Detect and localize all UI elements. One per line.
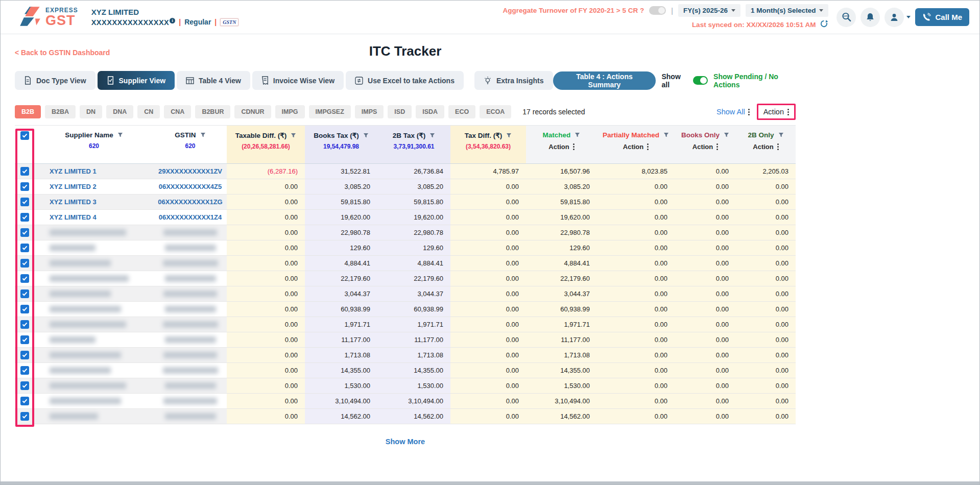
tab-use-excel-actions[interactable]: Use Excel to take Actions [346,71,464,90]
masked-supplier-name [50,382,126,389]
row-checkbox[interactable] [20,274,29,283]
row-checkbox[interactable] [20,259,29,268]
gstin-cell[interactable]: 06XXXXXXXXXX1Z4 [154,210,227,225]
row-checkbox[interactable] [20,182,29,191]
books-only-action-menu[interactable]: Action [675,143,736,151]
gstin-cell[interactable]: 29XXXXXXXXXX1ZV [154,164,227,179]
row-checkbox[interactable] [20,228,29,237]
show-pending-toggle[interactable] [693,76,708,85]
chip-imps[interactable]: IMPS [355,105,384,118]
masked-gstin [165,275,216,282]
partially-matched-action-menu[interactable]: Action [597,143,675,151]
gstin-search-icon[interactable]: GSTIN [836,8,856,27]
chip-impgsez[interactable]: IMPGSEZ [309,105,351,118]
chip-b2b[interactable]: B2B [15,105,41,118]
gstin-cell[interactable]: 06XXXXXXXXXX1ZG [154,195,227,210]
row-checkbox[interactable] [20,167,29,176]
chip-ecoa[interactable]: ECOA [480,105,511,118]
tab-invoice-wise-view[interactable]: Invoice Wise View [252,71,344,90]
chip-dna[interactable]: DNA [106,105,133,118]
row-checkbox[interactable] [20,213,29,222]
supplier-name-cell[interactable]: XYZ LIMITED 1 [34,164,154,179]
filter-icon[interactable] [200,132,206,138]
books-tax-value: 1,971.71 [305,317,377,332]
filter-icon[interactable] [117,132,123,138]
row-checkbox[interactable] [20,335,29,344]
call-me-button[interactable]: Call Me [915,8,969,26]
show-more-button[interactable]: Show More [15,438,796,446]
filter-icon[interactable] [506,133,512,138]
supplier-name-link[interactable]: XYZ LIMITED 4 [50,213,97,221]
books-tax-value: 129.60 [305,240,377,256]
row-checkbox[interactable] [20,320,29,329]
tab-supplier-view[interactable]: Supplier View [98,71,175,90]
chip-isd[interactable]: ISD [388,105,412,118]
filter-icon[interactable] [575,132,580,138]
tab-extra-insights[interactable]: Extra Insights [474,71,553,90]
supplier-name-link[interactable]: XYZ LIMITED 2 [50,183,97,190]
supplier-name-cell[interactable]: XYZ LIMITED 3 [34,195,154,210]
row-checkbox[interactable] [20,305,29,313]
chip-cna[interactable]: CNA [164,105,191,118]
row-checkbox[interactable] [20,412,29,421]
profile-menu[interactable] [885,8,911,27]
info-icon[interactable]: i [170,18,175,23]
books-tax-value: 14,355.00 [305,363,377,378]
filter-icon[interactable] [663,132,669,138]
kebab-menu-icon[interactable] [748,109,750,115]
matched-value: 59,815.80 [526,195,597,210]
supplier-count[interactable]: 620 [34,142,154,150]
months-dropdown[interactable]: 1 Month(s) Selected [746,4,829,17]
back-to-dashboard-link[interactable]: < Back to GSTIN Dashboard [15,48,110,57]
supplier-name-link[interactable]: XYZ LIMITED 3 [50,198,97,206]
chip-b2bur[interactable]: B2BUR [195,105,230,118]
row-checkbox[interactable] [20,381,29,390]
row-checkbox[interactable] [20,198,29,206]
filter-icon[interactable] [363,133,369,138]
tab-doc-type-view[interactable]: Doc Type View [15,71,95,90]
svg-text:GSTIN: GSTIN [843,15,849,17]
row-checkbox[interactable] [20,397,29,405]
chip-impg[interactable]: IMPG [275,105,305,118]
row-checkbox[interactable] [20,289,29,298]
only-2b-value: 2,205.03 [736,164,796,179]
taxable-diff-value: 0.00 [227,302,305,317]
gstin-link[interactable]: 06XXXXXXXXXX1ZG [158,198,222,206]
gstin-cell[interactable]: 06XXXXXXXXXX4Z5 [154,179,227,195]
aggregate-turnover-toggle[interactable] [649,6,666,15]
refresh-icon[interactable] [820,19,828,30]
chip-dn[interactable]: DN [80,105,102,118]
supplier-name-cell[interactable]: XYZ LIMITED 4 [34,210,154,225]
chip-cn[interactable]: CN [137,105,160,118]
partially-matched-value: 0.00 [597,240,675,256]
matched-action-menu[interactable]: Action [526,143,597,151]
select-all-checkbox[interactable] [20,131,29,140]
gstin-count[interactable]: 620 [154,142,227,150]
show-all-link[interactable]: Show All [716,108,750,116]
row-checkbox[interactable] [20,366,29,375]
filter-icon[interactable] [429,133,435,138]
filter-icon[interactable] [778,132,784,138]
filter-icon[interactable] [724,132,729,138]
gstin-link[interactable]: 06XXXXXXXXXX1Z4 [159,213,222,221]
row-checkbox[interactable] [20,244,29,252]
chip-eco[interactable]: ECO [448,105,475,118]
chip-isda[interactable]: ISDA [416,105,444,118]
2b-only-action-menu[interactable]: Action [736,143,796,151]
filter-icon[interactable] [291,133,296,138]
supplier-name-cell[interactable]: XYZ LIMITED 2 [34,179,154,195]
chip-b2ba[interactable]: B2BA [45,105,76,118]
chip-cdnur[interactable]: CDNUR [234,105,271,118]
tab-table-4-view[interactable]: Table 4 View [177,71,250,90]
row-checkbox[interactable] [20,351,29,359]
user-avatar-icon[interactable] [885,8,904,27]
fy-dropdown[interactable]: FY(s) 2025-26 [678,4,740,17]
notifications-bell-icon[interactable] [861,8,880,27]
kebab-menu-icon[interactable] [787,109,789,115]
supplier-name-link[interactable]: XYZ LIMITED 1 [50,167,97,175]
gstin-link[interactable]: 29XXXXXXXXXX1ZV [158,167,222,175]
bulk-action-menu[interactable]: Action [763,108,789,116]
brand-logo[interactable]: EXPRESS GST [19,5,78,30]
gstin-link[interactable]: 06XXXXXXXXXX4Z5 [159,183,222,190]
table4-actions-summary-button[interactable]: Table 4 : Actions Summary [553,71,656,90]
